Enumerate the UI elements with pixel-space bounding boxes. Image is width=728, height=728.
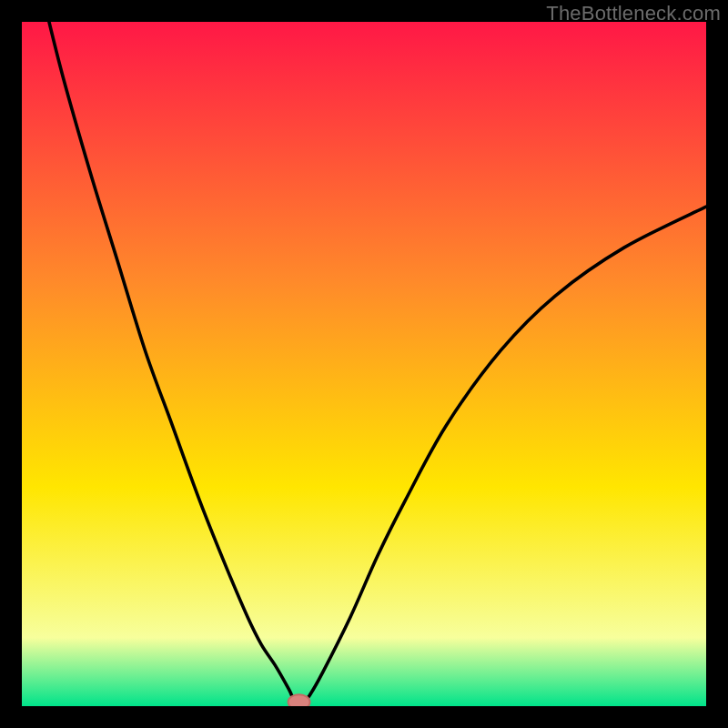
- outer-frame: TheBottleneck.com: [0, 0, 728, 728]
- bottleneck-chart: [22, 22, 706, 706]
- gradient-background: [22, 22, 706, 706]
- watermark-label: TheBottleneck.com: [546, 2, 721, 25]
- minimum-marker: [288, 694, 310, 706]
